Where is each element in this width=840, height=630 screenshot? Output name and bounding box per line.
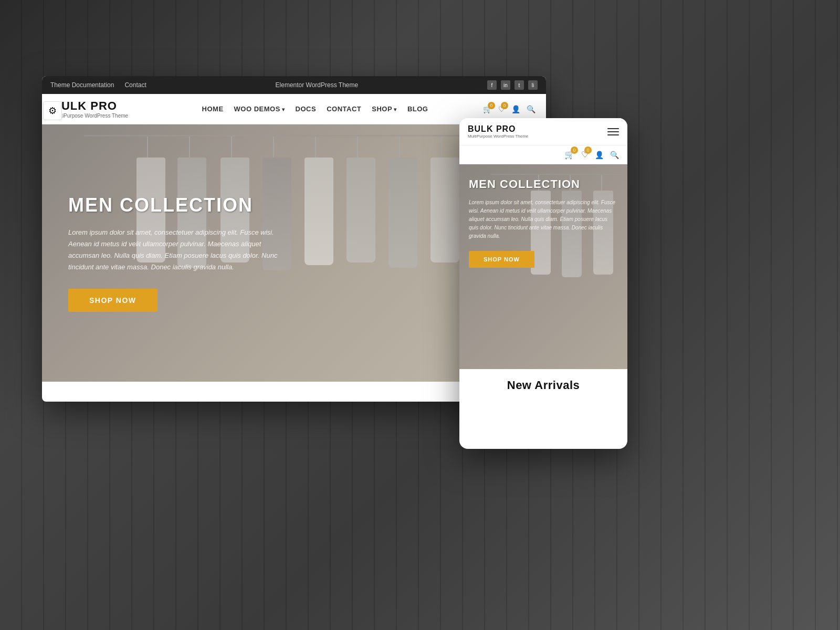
- hero-description: Lorem ipsum dolor sit amet, consectetuer…: [68, 227, 293, 273]
- logo-subtitle: MultiPurpose WordPress Theme: [52, 113, 147, 119]
- mobile-icons-row: 🛒 0 ♡ 0 👤 🔍: [459, 145, 627, 164]
- nav-links: HOME WOO DEMOS DOCS CONTACT SHOP BLOG: [147, 105, 483, 113]
- wishlist-icon[interactable]: ♡ 0: [498, 105, 505, 113]
- mobile-hero-title: MEN COLLECTION: [469, 177, 618, 191]
- hamburger-line-1: [607, 128, 619, 129]
- wishlist-badge: 0: [501, 102, 508, 109]
- logo-title[interactable]: BULK PRO: [52, 99, 147, 113]
- new-arrivals-section: New Arrivals: [459, 369, 627, 402]
- contact-link[interactable]: Contact: [124, 81, 146, 89]
- gear-icon: ⚙: [48, 105, 57, 117]
- cart-badge: 0: [488, 102, 495, 109]
- new-arrivals-title: New Arrivals: [470, 379, 617, 392]
- theme-docs-link[interactable]: Theme Documentation: [50, 81, 114, 89]
- linkedin-icon[interactable]: li: [528, 80, 538, 90]
- hamburger-line-3: [607, 134, 619, 135]
- hamburger-menu-button[interactable]: [607, 128, 619, 135]
- mobile-hero-description: Lorem ipsum dolor sit amet, consectetuer…: [469, 198, 618, 240]
- mobile-logo-title[interactable]: BULK PRO: [468, 124, 528, 134]
- user-icon[interactable]: 👤: [511, 105, 520, 113]
- nav-blog[interactable]: BLOG: [407, 105, 428, 113]
- mobile-browser-window: BULK PRO MultiPurpose WordPress Theme 🛒 …: [459, 118, 627, 449]
- cart-icon[interactable]: 🛒 0: [483, 105, 492, 113]
- nav-docs[interactable]: DOCS: [296, 105, 317, 113]
- top-bar-left: Theme Documentation Contact: [50, 81, 146, 89]
- nav-woo-demos[interactable]: WOO DEMOS: [234, 105, 285, 113]
- hero-title: MEN COLLECTION: [68, 194, 293, 216]
- top-bar: Theme Documentation Contact Elementor Wo…: [42, 76, 546, 94]
- shop-now-button[interactable]: SHOP NOW: [68, 289, 158, 312]
- mobile-user-icon[interactable]: 👤: [595, 151, 604, 159]
- mobile-logo-subtitle: MultiPurpose WordPress Theme: [468, 134, 528, 139]
- mobile-logo-area: BULK PRO MultiPurpose WordPress Theme: [468, 124, 528, 139]
- facebook-icon[interactable]: f: [487, 80, 497, 90]
- instagram-icon[interactable]: in: [501, 80, 510, 90]
- mobile-wishlist-badge: 0: [584, 146, 592, 154]
- mobile-cart-badge: 0: [571, 146, 578, 154]
- nav-shop[interactable]: SHOP: [372, 105, 397, 113]
- settings-gear-button[interactable]: ⚙: [43, 101, 62, 120]
- mobile-hero-section: MEN COLLECTION Lorem ipsum dolor sit ame…: [459, 164, 627, 369]
- top-bar-social-icons: f in t li: [487, 80, 538, 90]
- twitter-icon[interactable]: t: [514, 80, 524, 90]
- top-bar-center-text: Elementor WordPress Theme: [276, 81, 359, 89]
- mobile-nav-bar: BULK PRO MultiPurpose WordPress Theme: [459, 118, 627, 145]
- nav-icons: 🛒 0 ♡ 0 👤 🔍: [483, 105, 536, 113]
- mobile-search-icon[interactable]: 🔍: [610, 151, 619, 159]
- mobile-cart-icon[interactable]: 🛒 0: [564, 150, 575, 160]
- mobile-shop-now-button[interactable]: SHOP NOW: [469, 251, 534, 268]
- search-icon[interactable]: 🔍: [527, 105, 536, 113]
- logo-area: BULK PRO MultiPurpose WordPress Theme: [52, 99, 147, 119]
- hamburger-line-2: [607, 131, 619, 132]
- hero-content: MEN COLLECTION Lorem ipsum dolor sit ame…: [42, 173, 319, 333]
- nav-contact[interactable]: CONTACT: [327, 105, 361, 113]
- nav-home[interactable]: HOME: [202, 105, 224, 113]
- mobile-hero-content: MEN COLLECTION Lorem ipsum dolor sit ame…: [459, 164, 627, 281]
- mobile-wishlist-icon[interactable]: ♡ 0: [581, 150, 589, 160]
